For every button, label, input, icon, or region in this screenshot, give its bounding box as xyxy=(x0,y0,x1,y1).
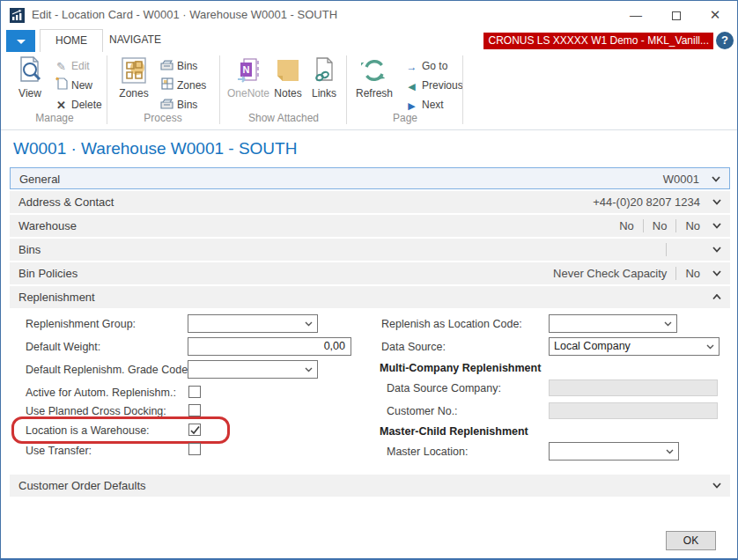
chevron-down-icon xyxy=(664,321,672,327)
replenish-as-label: Replenish as Location Code: xyxy=(381,318,522,330)
data-source-company-label: Data Source Company: xyxy=(387,382,501,394)
group-label-page: Page xyxy=(351,112,459,124)
view-button[interactable]: View xyxy=(11,55,48,99)
data-source-combo[interactable]: Local Company xyxy=(549,337,720,356)
default-grade-combo[interactable] xyxy=(188,360,318,379)
chevron-down-icon xyxy=(712,247,721,253)
master-location-label: Master Location: xyxy=(387,446,468,458)
refresh-button[interactable]: Refresh xyxy=(351,55,397,99)
group-separator xyxy=(462,55,463,124)
is-warehouse-label: Location is a Warehouse: xyxy=(26,424,150,437)
pencil-icon: ✎ xyxy=(54,58,69,76)
chevron-down-icon xyxy=(305,321,313,327)
replenishment-group-combo[interactable] xyxy=(188,314,318,333)
chevron-down-icon xyxy=(17,40,26,44)
active-autom-label: Active for Autom. Replenishm.: xyxy=(26,387,176,399)
previous-button[interactable]: ◀Previous xyxy=(404,77,463,95)
bins-button-1[interactable]: Bins xyxy=(159,57,197,76)
data-source-label: Data Source: xyxy=(381,341,446,353)
ok-button[interactable]: OK xyxy=(666,531,716,550)
fasttab-address-contact[interactable]: Address & Contact +44-(0)20 8207 1234 xyxy=(10,191,730,213)
links-icon xyxy=(314,55,335,85)
cross-docking-checkbox[interactable] xyxy=(188,404,201,416)
group-label-process: Process xyxy=(112,112,214,124)
chevron-down-icon xyxy=(706,344,714,350)
zones-small-icon xyxy=(159,77,174,95)
fasttab-replenishment[interactable]: Replenishment xyxy=(10,286,730,308)
group-label-manage: Manage xyxy=(8,112,101,124)
default-grade-label: Default Replenishm. Grade Code: xyxy=(26,364,191,376)
zones-button-small[interactable]: Zones xyxy=(159,77,206,95)
new-button[interactable]: New xyxy=(54,77,92,95)
help-icon[interactable]: ? xyxy=(716,32,734,49)
maximize-icon[interactable] xyxy=(661,4,691,26)
fasttab-customer-order-defaults[interactable]: Customer Order Defaults xyxy=(10,475,730,497)
replenishment-group-label: Replenishment Group: xyxy=(26,318,136,330)
zones-icon xyxy=(121,55,147,85)
fasttab-general[interactable]: General W0001 xyxy=(10,167,730,189)
close-icon[interactable]: ✕ xyxy=(700,4,730,26)
cross-docking-label: Use Planned Cross Docking: xyxy=(26,405,166,417)
replenish-as-combo[interactable] xyxy=(549,314,677,333)
application-menu-button[interactable] xyxy=(6,30,35,52)
group-separator xyxy=(107,55,107,124)
group-separator xyxy=(346,55,347,124)
chevron-down-icon xyxy=(712,270,721,276)
refresh-icon xyxy=(361,55,387,85)
goto-button[interactable]: →Go to xyxy=(404,57,447,76)
svg-text:N: N xyxy=(243,64,250,75)
onenote-button[interactable]: N OneNote xyxy=(225,55,272,99)
general-summary: W0001 xyxy=(663,173,699,186)
edit-button[interactable]: ✎Edit xyxy=(54,57,90,76)
fasttab-bin-policies[interactable]: Bin Policies Never Check Capacity No xyxy=(10,262,730,284)
is-warehouse-checkbox[interactable] xyxy=(188,424,201,436)
onenote-icon: N xyxy=(237,55,260,85)
chevron-down-icon xyxy=(712,223,721,229)
new-document-icon xyxy=(54,77,69,95)
minimize-icon[interactable]: — xyxy=(621,4,651,26)
links-button[interactable]: Links xyxy=(307,55,341,99)
title-bar: Edit - Location Card - W0001 · Warehouse… xyxy=(1,1,737,29)
use-transfer-checkbox[interactable] xyxy=(188,443,201,455)
chevron-down-icon xyxy=(712,176,720,182)
chevron-down-icon xyxy=(305,367,313,372)
ribbon-tab-row: HOME NAVIGATE CRONUS LS XXXXX W1 Demo - … xyxy=(1,29,737,52)
group-label-show-attached: Show Attached xyxy=(223,112,344,124)
customer-no-label: Customer No.: xyxy=(387,405,458,417)
active-autom-checkbox[interactable] xyxy=(188,386,201,398)
goto-arrow-icon: → xyxy=(404,58,419,76)
use-transfer-label: Use Transfer: xyxy=(26,445,92,457)
phone-summary: +44-(0)20 8207 1234 xyxy=(593,195,700,209)
view-icon xyxy=(17,55,43,85)
multi-company-group-header: Multi-Company Replenishment xyxy=(380,362,541,374)
master-child-group-header: Master-Child Replenishment xyxy=(380,425,528,438)
zones-button[interactable]: Zones xyxy=(114,55,154,99)
group-separator xyxy=(219,55,220,124)
page-title: W0001 · Warehouse W0001 - SOUTH xyxy=(13,139,297,158)
customer-no-input xyxy=(549,402,718,419)
chevron-down-icon xyxy=(712,483,721,489)
window-title: Edit - Location Card - W0001 · Warehouse… xyxy=(32,8,337,21)
default-weight-label: Default Weight: xyxy=(26,341,100,353)
chevron-down-icon xyxy=(666,449,674,454)
company-badge: CRONUS LS XXXXX W1 Demo - MKL_Vanill... xyxy=(483,33,713,49)
location-card-window: Edit - Location Card - W0001 · Warehouse… xyxy=(0,0,738,560)
bins-icon xyxy=(159,58,174,76)
previous-arrow-icon: ◀ xyxy=(404,77,419,95)
chevron-up-icon xyxy=(712,294,721,300)
data-source-company-input xyxy=(549,379,718,396)
default-weight-input[interactable]: 0,00 xyxy=(188,337,351,356)
notes-button[interactable]: Notes xyxy=(270,55,306,99)
fasttab-warehouse[interactable]: Warehouse No No No xyxy=(10,215,730,237)
chevron-down-icon xyxy=(712,199,721,205)
ribbon: View ✎Edit New ✕Delete Manage Zones xyxy=(1,52,737,130)
master-location-combo[interactable] xyxy=(549,442,679,461)
notes-icon xyxy=(276,55,300,85)
tab-navigate[interactable]: NAVIGATE xyxy=(94,29,176,52)
app-icon xyxy=(10,8,25,23)
fasttab-bins[interactable]: Bins xyxy=(10,239,730,261)
